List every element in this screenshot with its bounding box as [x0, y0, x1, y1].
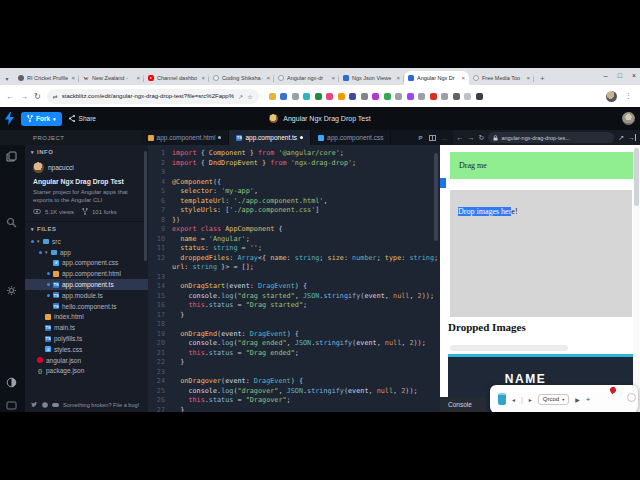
bookmark-star-icon[interactable]: ☆ [247, 93, 252, 100]
browser-tab[interactable]: Angular ngx-dr× [274, 71, 339, 85]
preview-back-icon[interactable]: ← [457, 134, 464, 141]
prettier-icon[interactable]: P [419, 135, 423, 141]
extension-icon[interactable] [418, 93, 425, 100]
embed-view-icon[interactable] [6, 401, 17, 410]
extension-icon[interactable] [441, 93, 448, 100]
file-tree-item[interactable]: #styles.css [25, 344, 148, 355]
extension-icon[interactable] [464, 93, 471, 100]
tab-close-icon[interactable]: × [136, 75, 140, 81]
extension-icon[interactable] [372, 93, 379, 100]
search-icon[interactable] [6, 217, 17, 228]
extension-icon[interactable] [476, 93, 483, 100]
drag-me-box[interactable]: Drag me [450, 152, 633, 179]
file-tree-item[interactable]: #app.component.css [25, 258, 148, 269]
console-toggle[interactable]: Console [440, 397, 486, 412]
browser-tab[interactable]: Channel dashbo× [144, 71, 209, 85]
extension-icon[interactable] [338, 93, 345, 100]
device-icon[interactable] [498, 393, 506, 405]
files-panel-icon[interactable] [6, 151, 17, 162]
file-a-bug-link[interactable]: Something broken? File a bug! [63, 402, 139, 408]
preview-forward-icon[interactable]: → [468, 134, 475, 141]
browser-tab[interactable]: WNew Zealand -× [79, 71, 144, 85]
extension-icon[interactable] [349, 93, 356, 100]
extension-icon[interactable] [407, 93, 414, 100]
author-name[interactable]: npacucci [48, 164, 74, 171]
tab-close-icon[interactable]: × [201, 75, 205, 81]
github-icon[interactable] [42, 402, 48, 408]
browser-tab[interactable]: Ngx Json Viewe× [339, 71, 404, 85]
file-tree-item[interactable]: ▾src [25, 236, 148, 247]
file-tree-item[interactable]: ▾app [25, 247, 148, 258]
widget-add-button[interactable]: + [586, 395, 591, 404]
file-tree-item[interactable]: index.html [25, 312, 148, 323]
tab-close-icon[interactable]: × [71, 75, 75, 81]
extension-icon[interactable] [269, 93, 276, 100]
discord-icon[interactable] [52, 402, 59, 408]
extension-icon[interactable] [361, 93, 368, 100]
widget-dropdown[interactable]: Qrcod▾ [538, 394, 569, 405]
share-button[interactable]: Share [69, 115, 96, 122]
editor-tab[interactable]: app.component.html [141, 130, 230, 145]
tab-close-icon[interactable]: × [461, 75, 465, 81]
file-tree-item[interactable]: TSpolyfills.ts [25, 333, 148, 344]
widget-next-button[interactable]: ▸ [529, 396, 532, 403]
file-tree-item[interactable]: app.component.html [25, 268, 148, 279]
author-avatar[interactable] [33, 162, 44, 173]
editor-scrollbar[interactable] [434, 153, 438, 241]
widget-play-button[interactable]: ▶ [575, 396, 580, 403]
editor-tab[interactable]: TSapp.component.ts [229, 130, 311, 145]
file-tree-item[interactable]: TShello.component.ts [25, 301, 148, 312]
code-editor[interactable]: 1import { Component } from '@angular/cor… [148, 145, 440, 412]
extension-icon[interactable] [315, 93, 322, 100]
editor-tab[interactable]: app.component.css [311, 130, 391, 145]
extension-icon[interactable] [395, 93, 402, 100]
open-external-icon[interactable]: ↗ [238, 93, 243, 100]
dock-preview-icon[interactable]: → [628, 134, 636, 141]
extension-icon[interactable] [453, 93, 460, 100]
browser-reload-icon[interactable]: ↻ [34, 92, 41, 101]
settings-gear-icon[interactable] [6, 285, 17, 296]
file-tree-item[interactable]: TSapp.module.ts [25, 290, 148, 301]
widget-circle-icon[interactable] [627, 393, 636, 402]
more-actions-icon[interactable]: … [442, 135, 448, 141]
extension-icon[interactable] [326, 93, 333, 100]
theme-toggle-icon[interactable] [6, 377, 17, 388]
browser-profile-avatar[interactable] [606, 91, 617, 102]
tab-close-icon[interactable]: × [526, 75, 530, 81]
extension-icon[interactable] [384, 93, 391, 100]
twitter-icon[interactable] [31, 402, 38, 408]
preview-url-bar[interactable]: angular-ngx-drag-drop-tes... [488, 132, 614, 143]
browser-tab[interactable]: Free Media Too× [469, 71, 534, 85]
preview-scrollbar[interactable] [633, 145, 640, 412]
tab-search-icon[interactable]: ▾ [0, 75, 14, 85]
window-maximize-button[interactable]: □ [618, 72, 622, 79]
browser-forward-icon[interactable]: → [20, 92, 28, 101]
tab-close-icon[interactable]: × [396, 75, 400, 81]
fork-button[interactable]: Fork▾ [21, 112, 62, 126]
browser-menu-icon[interactable]: ⋮ [623, 92, 634, 100]
extension-icon[interactable] [292, 93, 299, 100]
pin-icon[interactable] [609, 386, 617, 394]
preview-reload-icon[interactable]: ↻ [479, 134, 485, 142]
browser-tab[interactable]: RI Cricket Profile× [14, 71, 79, 85]
split-editor-icon[interactable] [429, 135, 436, 141]
new-tab-button[interactable]: + [540, 74, 545, 85]
browser-tab[interactable]: Coding Shiksha -× [209, 71, 274, 85]
extension-icon[interactable] [303, 93, 310, 100]
window-close-button[interactable]: × [632, 72, 636, 79]
window-minimize-button[interactable]: – [604, 72, 608, 79]
drop-zone[interactable]: Drop images here! [450, 190, 632, 317]
browser-tab[interactable]: Angular Ngx Dr× [404, 71, 469, 85]
project-panel-label[interactable]: PROJECT [0, 130, 141, 145]
url-text[interactable]: stackblitz.com/edit/angular-ngx-drag-dro… [62, 93, 235, 99]
file-tree-item[interactable]: TSapp.component.ts [25, 279, 148, 290]
tab-close-icon[interactable]: × [331, 75, 335, 81]
files-section-header[interactable]: ▾ FILES [25, 222, 148, 235]
info-section-header[interactable]: ▾ INFO [25, 145, 148, 158]
sidebar-scrollbar[interactable] [144, 151, 147, 261]
widget-prev-button[interactable]: ◂ [512, 396, 515, 403]
preview-open-external-icon[interactable]: ↗ [618, 134, 624, 142]
user-avatar[interactable] [622, 112, 635, 125]
extension-icon[interactable] [280, 93, 287, 100]
omnibox[interactable]: ⇄ stackblitz.com/edit/angular-ngx-drag-d… [47, 89, 259, 104]
